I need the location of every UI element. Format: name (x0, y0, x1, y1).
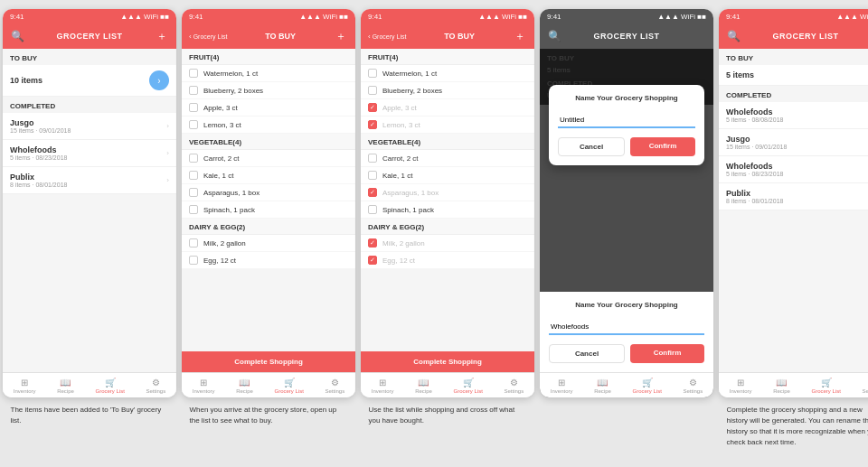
item-watermelon-3[interactable]: Watermelon, 1 ct (361, 65, 534, 82)
back-btn-2[interactable]: ‹ Grocery List (189, 33, 227, 41)
tab-settings-1[interactable]: ⚙ Settings (146, 378, 165, 394)
cb-ap-3[interactable] (368, 103, 377, 112)
jusgo-subtitle-5: 15 items · 09/01/2018 (726, 144, 787, 150)
item-spinach-3[interactable]: Spinach, 1 pack (361, 201, 534, 219)
tab-rec-3[interactable]: 📖Recipe (415, 378, 432, 394)
tab-inv-5[interactable]: ⊞Inventory (730, 378, 752, 394)
search-icon-5[interactable]: 🔍 (726, 30, 741, 42)
status-bar-5: 9:41 ▲▲▲ WiFi ■■ (719, 9, 868, 23)
list-item-publix-5[interactable]: Publix 8 items · 08/01/2018 › (719, 183, 868, 210)
tab-inv-4[interactable]: ⊞Inventory (551, 378, 573, 394)
tab-recipe-1[interactable]: 📖 Recipe (57, 378, 74, 394)
status-bar-2: 9:41 ▲▲▲ WiFi ■■ (182, 9, 355, 23)
cat-dairy-2: DAIRY & EGG(2) (182, 219, 355, 235)
dialog-confirm-4[interactable]: Confirm (630, 137, 695, 156)
tobuy-item-1[interactable]: 10 items › (3, 65, 176, 97)
cb-kl-3[interactable] (368, 171, 377, 180)
item-carrot-3[interactable]: Carrot, 2 ct (361, 150, 534, 167)
list-item-jusgo-5[interactable]: Jusgo 15 items · 09/01/2018 › (719, 129, 868, 156)
tab-rec-5[interactable]: 📖Recipe (773, 378, 790, 394)
cb-egg-2[interactable] (189, 256, 198, 265)
dialog-input-4[interactable] (558, 113, 695, 128)
item-apple-3[interactable]: Apple, 3 ct (361, 99, 534, 117)
cb-sp-3[interactable] (368, 205, 377, 214)
complete-btn-3[interactable]: Complete Shopping (361, 351, 534, 372)
item-kale-3[interactable]: Kale, 1 ct (361, 167, 534, 184)
item-milk-3[interactable]: Milk, 2 gallon (361, 235, 534, 252)
tab-set-5[interactable]: ⚙Settings (862, 378, 868, 394)
search-icon-4[interactable]: 🔍 (547, 30, 561, 42)
item-egg-3[interactable]: Egg, 12 ct (361, 252, 534, 269)
item-milk-2[interactable]: Milk, 2 gallon (182, 235, 355, 252)
cb-apple-2[interactable] (189, 103, 198, 112)
cb-mk-3[interactable] (368, 238, 377, 248)
cb-lemon-2[interactable] (189, 120, 198, 129)
cb-asparagus-2[interactable] (189, 188, 198, 197)
list-item-publix-1[interactable]: Publix 8 items · 08/01/2018 › (3, 167, 176, 194)
cb-lm-3[interactable] (368, 120, 377, 129)
cb-watermelon-2[interactable] (189, 69, 198, 78)
annotation-5: Complete the grocery shopping and a new … (727, 405, 869, 448)
phone-panel-2: 9:41 ▲▲▲ WiFi ■■ ‹ Grocery List TO BUY ＋… (182, 9, 355, 397)
time-5: 9:41 (726, 13, 741, 21)
item-apple-2[interactable]: Apple, 3 ct (182, 99, 355, 117)
list-item-wholefoods-1[interactable]: Wholefoods 5 items · 08/23/2018 › (3, 140, 176, 167)
cb-wm-3[interactable] (368, 69, 377, 78)
back-btn-3[interactable]: ‹ Grocery List (368, 33, 406, 41)
tab-inventory-1[interactable]: ⊞ Inventory (14, 378, 36, 394)
tab-groc-5[interactable]: 🛒Grocery List (811, 378, 840, 394)
dialog-cancel-4[interactable]: Cancel (558, 137, 625, 156)
list-item-wf3-5[interactable]: Wholefoods 5 items · 08/23/2018 › (719, 156, 868, 183)
item-watermelon-2[interactable]: Watermelon, 1 ct (182, 65, 355, 82)
complete-btn-2[interactable]: Complete Shopping (182, 351, 355, 372)
list-item-wf2-5[interactable]: Wholefoods 5 items · 08/08/2018 › (719, 102, 868, 129)
bottom-dialog-input-4[interactable] (549, 320, 704, 335)
header-1: 🔍 GROCERY LIST ＋ (3, 23, 176, 49)
bottom-dialog-cancel-4[interactable]: Cancel (549, 344, 625, 363)
annotation-1: The items have been added to 'To Buy' gr… (11, 405, 169, 426)
plus-icon-2[interactable]: ＋ (334, 29, 348, 44)
list-item-jusgo-1[interactable]: Jusgo 15 items · 09/01/2018 › (3, 113, 176, 140)
search-icon-1[interactable]: 🔍 (10, 30, 24, 42)
item-carrot-2[interactable]: Carrot, 2 ct (182, 150, 355, 167)
tab-rec-4[interactable]: 📖Recipe (594, 378, 611, 394)
cb-kale-2[interactable] (189, 171, 198, 180)
lemon-label-2: Lemon, 3 ct (203, 121, 241, 129)
cb-milk-2[interactable] (189, 238, 198, 248)
tab-groc-4[interactable]: 🛒Grocery List (632, 378, 661, 394)
cb-bb-3[interactable] (368, 86, 377, 95)
tab-inv-2[interactable]: ⊞Inventory (193, 378, 215, 394)
tobuy-count-5: 5 items (726, 70, 754, 79)
tab-groc-2[interactable]: 🛒Grocery List (274, 378, 303, 394)
plus-icon-3[interactable]: ＋ (513, 29, 527, 44)
cb-cr-3[interactable] (368, 154, 377, 163)
tab-rec-2[interactable]: 📖Recipe (236, 378, 253, 394)
cb-eg-3[interactable] (368, 256, 377, 265)
tab-grocery-1[interactable]: 🛒 Grocery List (95, 378, 124, 394)
header-title-1: GROCERY LIST (24, 32, 155, 41)
item-egg-2[interactable]: Egg, 12 ct (182, 252, 355, 269)
tab-groc-3[interactable]: 🛒Grocery List (453, 378, 482, 394)
tab-set-2[interactable]: ⚙Settings (325, 378, 344, 394)
tab-inv-3[interactable]: ⊞Inventory (372, 378, 394, 394)
item-lemon-2[interactable]: Lemon, 3 ct (182, 117, 355, 134)
item-blueberry-3[interactable]: Blueberry, 2 boxes (361, 82, 534, 99)
tab-set-3[interactable]: ⚙Settings (504, 378, 524, 394)
cb-as-3[interactable] (368, 188, 377, 197)
egg-label-2: Egg, 12 ct (203, 257, 236, 265)
annotation-2: When you arrive at the grocery store, op… (190, 405, 348, 426)
tab-set-4[interactable]: ⚙Settings (683, 378, 703, 394)
tobuy-item-5[interactable]: 5 items › (719, 65, 868, 86)
bottom-dialog-confirm-4[interactable]: Confirm (630, 344, 704, 363)
item-spinach-2[interactable]: Spinach, 1 pack (182, 201, 355, 219)
item-lemon-3[interactable]: Lemon, 3 ct (361, 117, 534, 134)
cb-carrot-2[interactable] (189, 154, 198, 163)
item-asparagus-3[interactable]: Asparagus, 1 box (361, 184, 534, 201)
item-kale-2[interactable]: Kale, 1 ct (182, 167, 355, 184)
phone-panel-5: 9:41 ▲▲▲ WiFi ■■ 🔍 GROCERY LIST ＋ TO BUY… (719, 9, 868, 397)
item-asparagus-2[interactable]: Asparagus, 1 box (182, 184, 355, 201)
item-blueberry-2[interactable]: Blueberry, 2 boxes (182, 82, 355, 99)
plus-icon-1[interactable]: ＋ (155, 29, 169, 44)
cb-spinach-2[interactable] (189, 205, 198, 214)
cb-blueberry-2[interactable] (189, 86, 198, 95)
